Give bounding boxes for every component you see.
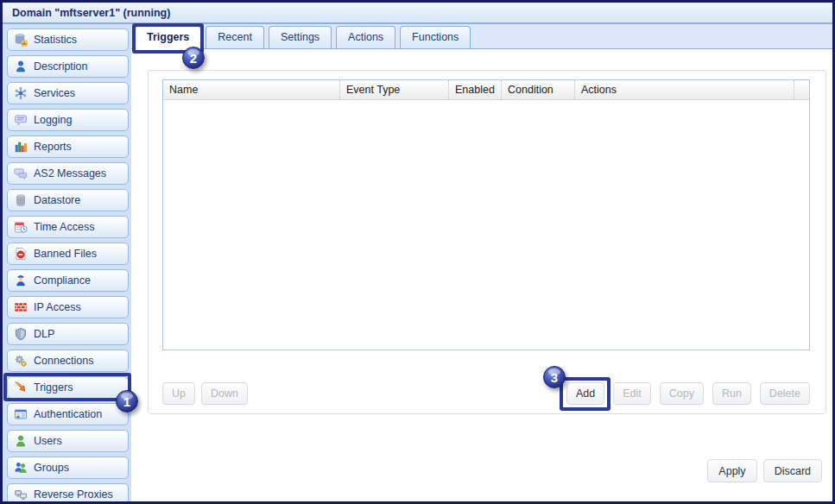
column-header-filler <box>794 80 809 99</box>
triggers-table: Name Event Type Enabled Condition Action… <box>162 79 810 350</box>
copy-button[interactable]: Copy <box>660 382 704 405</box>
apply-button[interactable]: Apply <box>707 459 756 482</box>
tab-functions[interactable]: Functions <box>400 26 471 48</box>
column-header-condition[interactable]: Condition <box>502 80 575 99</box>
sidebar-item-label: AS2 Messages <box>34 167 106 180</box>
app-window: Domain "mftserver1" (running) Statistics… <box>0 0 835 504</box>
triggers-panel: Name Event Type Enabled Condition Action… <box>148 70 826 414</box>
sidebar-item-groups[interactable]: Groups <box>7 457 129 479</box>
database-icon <box>14 193 28 207</box>
annotation-step-3-badge: 3 <box>543 366 566 388</box>
sidebar-item-users[interactable]: Users <box>7 430 129 452</box>
computers-icon <box>14 488 28 501</box>
sidebar-item-ip-access[interactable]: IP Access <box>7 296 129 318</box>
blocked-file-icon <box>14 247 28 261</box>
tab-label: Settings <box>281 31 319 43</box>
sidebar-item-services[interactable]: Services <box>7 82 129 104</box>
sidebar-item-label: Services <box>34 87 75 99</box>
sidebar: Statistics Description Services Logging … <box>3 24 131 501</box>
sidebar-item-dlp[interactable]: DLP <box>7 323 129 345</box>
main-content: Triggers 2 Recent Settings Actions Funct… <box>131 24 832 501</box>
shield-icon <box>14 327 28 341</box>
sidebar-item-connections[interactable]: Connections <box>7 350 129 372</box>
sidebar-item-label: Authentication <box>34 408 102 420</box>
sidebar-item-description[interactable]: Description <box>7 55 129 78</box>
speech-bubble-icon <box>14 113 28 127</box>
sidebar-item-compliance[interactable]: Compliance <box>7 269 129 292</box>
user-icon <box>14 434 28 448</box>
lightning-arrow-icon <box>14 381 28 394</box>
statistics-icon <box>14 33 28 47</box>
sidebar-item-label: Logging <box>34 114 73 126</box>
calendar-clock-icon <box>14 220 28 234</box>
tab-label: Functions <box>412 31 459 43</box>
sidebar-item-label: Time Access <box>34 221 94 233</box>
tab-strip: Triggers 2 Recent Settings Actions Funct… <box>131 24 832 49</box>
sidebar-item-time-access[interactable]: Time Access <box>7 216 129 238</box>
tab-settings[interactable]: Settings <box>269 26 332 48</box>
sidebar-item-label: DLP <box>34 328 54 340</box>
tab-triggers[interactable]: Triggers 2 <box>135 26 201 49</box>
person-icon <box>14 60 28 73</box>
window-title: Domain "mftserver1" (running) <box>12 7 170 19</box>
sidebar-item-label: Compliance <box>34 274 91 287</box>
column-header-actions[interactable]: Actions <box>575 80 794 99</box>
services-hub-icon <box>14 86 28 100</box>
run-button[interactable]: Run <box>712 382 751 405</box>
brick-wall-icon <box>14 300 28 314</box>
delete-button[interactable]: Delete <box>760 382 810 405</box>
officer-icon <box>14 274 28 287</box>
down-button[interactable]: Down <box>201 382 248 405</box>
user-group-icon <box>14 461 28 475</box>
trigger-buttons-row: Up Down Add 3 Edit Copy Run Delete <box>162 382 810 405</box>
tab-label: Triggers <box>147 31 189 43</box>
sidebar-item-banned-files[interactable]: Banned Files <box>7 243 129 265</box>
chat-bubbles-icon <box>14 167 28 180</box>
sidebar-item-label: Description <box>34 60 88 72</box>
column-header-event-type[interactable]: Event Type <box>340 80 449 99</box>
tab-label: Actions <box>348 31 383 43</box>
column-header-enabled[interactable]: Enabled <box>449 80 502 99</box>
up-button[interactable]: Up <box>162 382 195 405</box>
sidebar-item-label: Connections <box>34 355 94 367</box>
window-title-bar: Domain "mftserver1" (running) <box>3 3 832 24</box>
sidebar-item-label: Groups <box>34 462 69 474</box>
footer-buttons: Apply Discard <box>707 459 822 482</box>
add-button[interactable]: Add <box>566 382 604 405</box>
sidebar-item-reverse-proxies[interactable]: Reverse Proxies <box>7 483 129 504</box>
tab-recent[interactable]: Recent <box>206 26 264 48</box>
sidebar-item-label: Triggers <box>34 381 73 394</box>
tab-actions[interactable]: Actions <box>336 26 395 48</box>
triggers-table-header: Name Event Type Enabled Condition Action… <box>163 80 809 100</box>
annotation-step-2-badge: 2 <box>182 47 205 69</box>
sidebar-item-triggers[interactable]: Triggers 1 <box>7 376 129 399</box>
gears-icon <box>14 354 28 368</box>
sidebar-item-statistics[interactable]: Statistics <box>7 28 129 51</box>
column-header-name[interactable]: Name <box>163 80 340 99</box>
sidebar-item-authentication[interactable]: Authentication <box>7 403 129 425</box>
tab-label: Recent <box>218 31 252 43</box>
edit-button[interactable]: Edit <box>613 382 651 405</box>
sidebar-item-label: IP Access <box>34 301 81 313</box>
sidebar-item-label: Users <box>34 435 62 447</box>
bar-chart-icon <box>14 140 28 154</box>
sidebar-item-label: Banned Files <box>34 248 97 260</box>
sidebar-item-reports[interactable]: Reports <box>7 135 129 158</box>
sidebar-item-datastore[interactable]: Datastore <box>7 189 129 211</box>
sidebar-item-label: Reverse Proxies <box>34 488 113 501</box>
sidebar-item-logging[interactable]: Logging <box>7 109 129 131</box>
discard-button[interactable]: Discard <box>763 459 822 482</box>
sidebar-item-label: Reports <box>34 141 72 153</box>
sidebar-item-label: Datastore <box>34 194 80 206</box>
triggers-table-body <box>163 100 809 350</box>
sidebar-item-as2-messages[interactable]: AS2 Messages <box>7 162 129 185</box>
id-card-icon <box>14 407 28 421</box>
sidebar-item-label: Statistics <box>34 34 77 46</box>
